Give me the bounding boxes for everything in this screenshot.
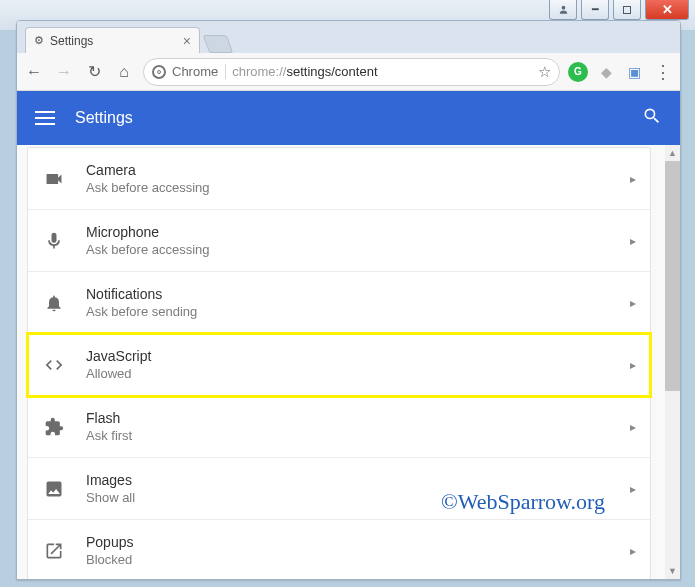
tab-title: Settings bbox=[50, 34, 93, 48]
tab-settings[interactable]: ⚙ Settings × bbox=[25, 27, 200, 53]
new-tab-button[interactable] bbox=[203, 35, 234, 53]
chevron-right-icon: ▸ bbox=[630, 172, 636, 186]
camera-icon bbox=[40, 169, 68, 189]
microphone-icon bbox=[40, 231, 68, 251]
item-sub: Allowed bbox=[86, 366, 151, 381]
user-button[interactable] bbox=[549, 0, 577, 20]
settings-item-camera[interactable]: Camera Ask before accessing ▸ bbox=[28, 148, 650, 210]
item-title: Images bbox=[86, 472, 135, 488]
item-title: Microphone bbox=[86, 224, 210, 240]
item-title: Notifications bbox=[86, 286, 197, 302]
chevron-right-icon: ▸ bbox=[630, 420, 636, 434]
forward-button[interactable]: → bbox=[53, 61, 75, 83]
close-window-button[interactable]: ✕ bbox=[645, 0, 689, 20]
item-title: Flash bbox=[86, 410, 132, 426]
settings-item-notifications[interactable]: Notifications Ask before sending ▸ bbox=[28, 272, 650, 334]
bell-icon bbox=[40, 293, 68, 313]
item-sub: Show all bbox=[86, 490, 135, 505]
settings-item-popups[interactable]: Popups Blocked ▸ bbox=[28, 520, 650, 579]
browser-toolbar: ← → ↻ ⌂ Chrome chrome://settings/content… bbox=[17, 53, 680, 91]
image-icon bbox=[40, 479, 68, 499]
minimize-button[interactable]: ━ bbox=[581, 0, 609, 20]
back-button[interactable]: ← bbox=[23, 61, 45, 83]
item-sub: Ask before sending bbox=[86, 304, 197, 319]
item-title: Popups bbox=[86, 534, 133, 550]
svg-point-0 bbox=[561, 6, 565, 10]
item-sub: Blocked bbox=[86, 552, 133, 567]
scroll-up-arrow-icon[interactable]: ▲ bbox=[668, 145, 677, 161]
scroll-down-arrow-icon[interactable]: ▼ bbox=[668, 563, 677, 579]
maximize-button[interactable] bbox=[613, 0, 641, 20]
scroll-track[interactable] bbox=[665, 161, 680, 563]
puzzle-icon bbox=[40, 417, 68, 437]
hamburger-menu-icon[interactable] bbox=[35, 111, 55, 125]
settings-item-javascript[interactable]: JavaScript Allowed ▸ bbox=[28, 334, 650, 396]
settings-content: Camera Ask before accessing ▸ Microphone… bbox=[17, 145, 665, 579]
chevron-right-icon: ▸ bbox=[630, 544, 636, 558]
vertical-scrollbar[interactable]: ▲ ▼ bbox=[665, 145, 680, 579]
close-tab-icon[interactable]: × bbox=[183, 33, 191, 49]
chevron-right-icon: ▸ bbox=[630, 358, 636, 372]
browser-window: ⚙ Settings × ← → ↻ ⌂ Chrome chrome://set… bbox=[16, 20, 681, 580]
code-icon bbox=[40, 355, 68, 375]
gear-icon: ⚙ bbox=[34, 34, 44, 47]
settings-item-microphone[interactable]: Microphone Ask before accessing ▸ bbox=[28, 210, 650, 272]
item-sub: Ask before accessing bbox=[86, 180, 210, 195]
bookmark-star-icon[interactable]: ☆ bbox=[538, 63, 551, 81]
reload-button[interactable]: ↻ bbox=[83, 61, 105, 83]
page-title: Settings bbox=[75, 109, 133, 127]
omnibox-chrome-label: Chrome bbox=[172, 64, 226, 79]
item-title: JavaScript bbox=[86, 348, 151, 364]
tab-strip: ⚙ Settings × bbox=[17, 21, 680, 53]
scroll-thumb[interactable] bbox=[665, 161, 680, 391]
content-wrap: Camera Ask before accessing ▸ Microphone… bbox=[17, 145, 680, 579]
extension-green-icon[interactable]: G bbox=[568, 62, 588, 82]
extension-blue-icon[interactable]: ▣ bbox=[624, 62, 644, 82]
omnibox-url: chrome://settings/content bbox=[232, 64, 532, 79]
item-sub: Ask first bbox=[86, 428, 132, 443]
settings-list: Camera Ask before accessing ▸ Microphone… bbox=[27, 147, 651, 579]
item-title: Camera bbox=[86, 162, 210, 178]
chevron-right-icon: ▸ bbox=[630, 482, 636, 496]
chevron-right-icon: ▸ bbox=[630, 234, 636, 248]
item-sub: Ask before accessing bbox=[86, 242, 210, 257]
home-button[interactable]: ⌂ bbox=[113, 61, 135, 83]
address-bar[interactable]: Chrome chrome://settings/content ☆ bbox=[143, 58, 560, 86]
settings-item-images[interactable]: Images Show all ▸ bbox=[28, 458, 650, 520]
extension-gray-icon[interactable]: ◆ bbox=[596, 62, 616, 82]
settings-item-flash[interactable]: Flash Ask first ▸ bbox=[28, 396, 650, 458]
search-button[interactable] bbox=[642, 106, 662, 130]
search-icon bbox=[642, 106, 662, 126]
popup-icon bbox=[40, 541, 68, 561]
chevron-right-icon: ▸ bbox=[630, 296, 636, 310]
browser-menu-button[interactable]: ⋮ bbox=[652, 61, 674, 83]
settings-header: Settings bbox=[17, 91, 680, 145]
chrome-logo-icon bbox=[152, 65, 166, 79]
